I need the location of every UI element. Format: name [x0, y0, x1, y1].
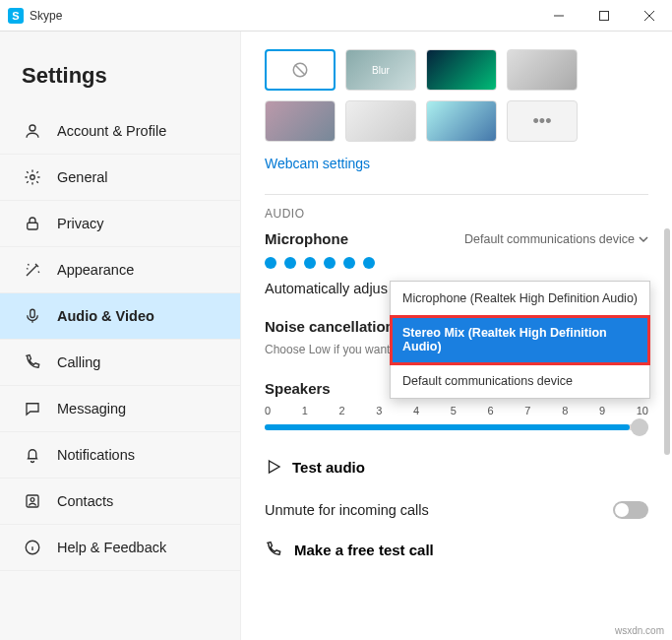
sidebar-item-label: Audio & Video — [57, 308, 154, 324]
speaker-volume-slider[interactable] — [265, 424, 648, 430]
sidebar-item-messaging[interactable]: Messaging — [0, 386, 240, 432]
wand-icon — [22, 261, 43, 279]
phone-icon — [265, 541, 282, 558]
dropdown-option[interactable]: Microphone (Realtek High Definition Audi… — [391, 282, 649, 316]
gear-icon — [22, 168, 43, 186]
svg-point-4 — [30, 125, 35, 131]
microphone-dropdown: Microphone (Realtek High Definition Audi… — [390, 281, 650, 399]
window-controls — [536, 0, 672, 32]
svg-rect-6 — [28, 223, 38, 229]
sidebar-item-label: Notifications — [57, 447, 135, 463]
unmute-label: Unmute for incoming calls — [265, 502, 429, 518]
chevron-down-icon — [639, 234, 648, 244]
bg-thumb[interactable] — [265, 100, 336, 142]
test-audio-button[interactable]: Test audio — [265, 458, 648, 476]
bg-thumb[interactable] — [345, 100, 416, 142]
sidebar-item-privacy[interactable]: Privacy — [0, 201, 240, 247]
bg-thumb-selected[interactable] — [265, 49, 336, 91]
sidebar-item-account[interactable]: Account & Profile — [0, 108, 240, 155]
account-icon — [22, 122, 43, 140]
sidebar-item-label: Appearance — [57, 262, 134, 278]
bell-icon — [22, 446, 43, 464]
titlebar: S Skype — [0, 0, 672, 32]
phone-icon — [22, 353, 43, 371]
speakers-label: Speakers — [265, 380, 331, 397]
sidebar-item-notifications[interactable]: Notifications — [0, 432, 240, 479]
maximize-button[interactable] — [581, 0, 627, 32]
sidebar-item-contacts[interactable]: Contacts — [0, 479, 240, 525]
background-thumbnails: Blur ••• — [265, 49, 648, 142]
watermark: wsxdn.com — [615, 625, 664, 636]
info-icon — [22, 539, 43, 556]
svg-marker-15 — [270, 461, 280, 473]
svg-line-14 — [295, 65, 306, 76]
sidebar-item-label: Help & Feedback — [57, 540, 166, 555]
bg-thumb-add[interactable]: ••• — [507, 100, 578, 142]
settings-heading: Settings — [0, 51, 240, 108]
bg-thumb-blur[interactable]: Blur — [345, 49, 416, 91]
microphone-label: Microphone — [265, 230, 348, 247]
webcam-settings-link[interactable]: Webcam settings — [265, 156, 370, 171]
contacts-icon — [22, 492, 43, 510]
bg-thumb[interactable] — [507, 49, 578, 91]
microphone-icon — [22, 307, 43, 325]
sidebar-item-label: Privacy — [57, 216, 104, 231]
sidebar-item-label: Calling — [57, 354, 100, 370]
sidebar-item-appearance[interactable]: Appearance — [0, 247, 240, 293]
window-title: Skype — [30, 9, 62, 23]
svg-rect-7 — [31, 309, 35, 317]
sidebar-item-audio-video[interactable]: Audio & Video — [0, 293, 240, 340]
dropdown-option-highlighted[interactable]: Stereo Mix (Realtek High Definition Audi… — [391, 316, 649, 364]
svg-point-9 — [31, 498, 34, 502]
audio-section-label: AUDIO — [265, 207, 648, 221]
minimize-button[interactable] — [536, 0, 581, 32]
play-icon — [265, 458, 282, 476]
slider-thumb[interactable] — [631, 418, 648, 436]
free-test-call-button[interactable]: Make a free test call — [265, 541, 648, 558]
settings-sidebar: Settings Account & Profile General Priva… — [0, 32, 241, 640]
microphone-selector[interactable]: Default communications device — [464, 232, 648, 246]
scrollbar[interactable] — [664, 228, 670, 455]
svg-rect-1 — [600, 11, 609, 20]
noise-cancel-label: Noise cancellation — [265, 318, 395, 335]
sidebar-item-label: Messaging — [57, 401, 126, 416]
sidebar-item-calling[interactable]: Calling — [0, 340, 240, 386]
sidebar-item-label: Contacts — [57, 493, 113, 509]
main-panel: Blur ••• Webcam settings AUDIO Microphon… — [241, 32, 672, 640]
sidebar-item-general[interactable]: General — [0, 155, 240, 201]
chat-icon — [22, 400, 43, 417]
svg-point-5 — [31, 175, 35, 180]
lock-icon — [22, 215, 43, 232]
mic-level-dots — [265, 257, 648, 269]
sidebar-item-help[interactable]: Help & Feedback — [0, 525, 240, 571]
dropdown-option[interactable]: Default communications device — [391, 364, 649, 398]
sidebar-item-label: Account & Profile — [57, 123, 166, 139]
speaker-scale: 012345678910 — [265, 405, 648, 416]
app-body: Settings Account & Profile General Priva… — [0, 32, 672, 640]
sidebar-item-label: General — [57, 169, 108, 185]
bg-thumb[interactable] — [426, 100, 497, 142]
close-button[interactable] — [627, 0, 672, 32]
unmute-toggle[interactable] — [613, 501, 648, 519]
bg-thumb[interactable] — [426, 49, 497, 91]
skype-logo-icon: S — [8, 8, 24, 24]
